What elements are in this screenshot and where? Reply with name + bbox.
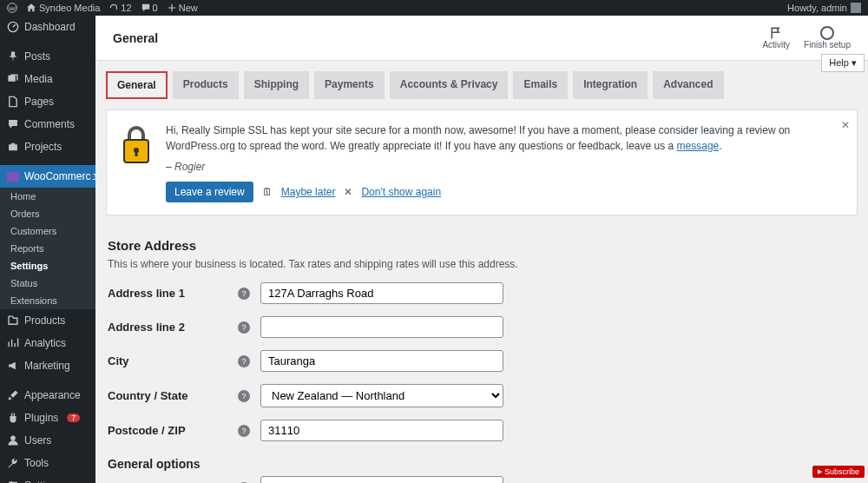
settings-tabs: General Products Shipping Payments Accou… xyxy=(95,61,868,99)
plus-icon xyxy=(167,3,177,13)
tab-accounts-privacy[interactable]: Accounts & Privacy xyxy=(390,71,509,99)
addr1-label: Address line 1 xyxy=(108,287,238,300)
flag-icon xyxy=(769,26,783,40)
brush-icon xyxy=(7,389,19,401)
sidebar-submenu: Home Orders Customers Reports Settings S… xyxy=(0,188,95,309)
woocommerce-icon xyxy=(7,172,19,182)
tab-payments[interactable]: Payments xyxy=(314,71,385,99)
media-icon xyxy=(7,73,19,85)
pin-icon xyxy=(7,50,19,63)
howdy-link[interactable]: Howdy, admin xyxy=(787,3,847,13)
selling-loc-select[interactable]: Sell to all countries xyxy=(260,476,503,483)
svg-rect-8 xyxy=(135,150,138,156)
message-link[interactable]: message xyxy=(677,140,720,152)
dashboard-icon xyxy=(7,21,19,33)
sidebar-sub-orders[interactable]: Orders xyxy=(0,205,95,222)
home-icon xyxy=(26,3,36,13)
sidebar-item-users[interactable]: Users xyxy=(0,429,95,452)
svg-point-2 xyxy=(10,435,16,440)
tab-integration[interactable]: Integration xyxy=(573,71,648,99)
comment-icon xyxy=(141,3,151,13)
comments-link[interactable]: 0 xyxy=(141,3,158,13)
country-select[interactable]: New Zealand — Northland xyxy=(260,384,503,407)
sidebar-item-pages[interactable]: Pages xyxy=(0,90,95,113)
sidebar-sub-reports[interactable]: Reports xyxy=(0,240,95,257)
sidebar-item-dashboard[interactable]: Dashboard xyxy=(0,16,95,38)
help-icon[interactable]: ? xyxy=(238,321,250,334)
city-label: City xyxy=(108,354,238,367)
page-title: General xyxy=(113,31,158,45)
tab-advanced[interactable]: Advanced xyxy=(653,71,723,99)
page-icon xyxy=(7,96,19,108)
tab-products[interactable]: Products xyxy=(173,71,239,99)
products-icon xyxy=(7,314,19,327)
help-icon[interactable]: ? xyxy=(238,390,250,402)
wp-logo-icon[interactable] xyxy=(7,3,17,13)
page-header: General Activity Finish setup xyxy=(95,16,868,61)
activity-button[interactable]: Activity xyxy=(762,26,790,50)
sidebar-sub-home[interactable]: Home xyxy=(0,188,95,205)
addr1-input[interactable] xyxy=(260,282,503,304)
maybe-later-link[interactable]: Maybe later xyxy=(281,184,336,200)
notice-signature: – Rogier xyxy=(166,159,845,175)
sidebar-item-products[interactable]: Products xyxy=(0,309,95,332)
admin-sidebar: Dashboard Posts Media Pages Comments Pro… xyxy=(0,16,95,483)
postcode-label: Postcode / ZIP xyxy=(108,424,238,437)
city-input[interactable] xyxy=(260,350,503,372)
sidebar-item-posts[interactable]: Posts xyxy=(0,45,95,68)
admin-toolbar: Syndeo Media 12 0 New Howdy, admin xyxy=(0,0,868,16)
addr2-input[interactable] xyxy=(260,316,503,338)
sidebar-sub-status[interactable]: Status xyxy=(0,275,95,292)
megaphone-icon xyxy=(7,360,19,372)
addr2-label: Address line 2 xyxy=(108,321,238,334)
sidebar-item-comments[interactable]: Comments xyxy=(0,113,95,136)
users-icon xyxy=(7,434,19,447)
dont-show-link[interactable]: Don't show again xyxy=(361,184,441,200)
sidebar-item-plugins[interactable]: Plugins7 xyxy=(0,407,95,429)
store-address-desc: This is where your business is located. … xyxy=(108,258,856,270)
refresh-icon xyxy=(108,3,119,13)
store-address-heading: Store Address xyxy=(108,238,856,253)
sidebar-sub-customers[interactable]: Customers xyxy=(0,222,95,240)
sidebar-sub-settings[interactable]: Settings xyxy=(0,257,95,275)
subscribe-badge[interactable]: Subscribe xyxy=(812,466,865,478)
sidebar-item-projects[interactable]: Projects xyxy=(0,136,95,158)
help-icon[interactable]: ? xyxy=(238,288,250,300)
analytics-icon xyxy=(7,337,19,349)
updates-link[interactable]: 12 xyxy=(108,3,131,13)
lock-icon xyxy=(119,122,154,202)
tools-icon xyxy=(7,457,19,469)
close-icon: ✕ xyxy=(344,184,352,200)
notice-text: Hi, Really Simple SSL has kept your site… xyxy=(166,122,845,154)
comment-icon xyxy=(7,118,19,130)
dismiss-notice-button[interactable]: ✕ xyxy=(841,117,850,133)
settings-form: Store Address This is where your busines… xyxy=(95,226,868,483)
settings-icon xyxy=(7,480,19,483)
sidebar-item-marketing[interactable]: Marketing xyxy=(0,354,95,377)
general-options-heading: General options xyxy=(108,457,856,471)
leave-review-button[interactable]: Leave a review xyxy=(166,182,253,202)
help-icon[interactable]: ? xyxy=(238,355,250,367)
tab-shipping[interactable]: Shipping xyxy=(244,71,309,99)
finish-setup-button[interactable]: Finish setup xyxy=(804,26,851,50)
plugin-icon xyxy=(7,412,19,424)
sidebar-item-appearance[interactable]: Appearance xyxy=(0,384,95,407)
content-area: General Activity Finish setup Help ▾ Gen… xyxy=(95,16,868,483)
sidebar-item-media[interactable]: Media xyxy=(0,68,95,90)
circle-icon xyxy=(820,26,834,40)
sidebar-item-tools[interactable]: Tools xyxy=(0,452,95,474)
tab-general[interactable]: General xyxy=(106,71,168,99)
sidebar-item-settings[interactable]: Settings xyxy=(0,474,95,483)
country-label: Country / State xyxy=(108,389,238,402)
sidebar-item-analytics[interactable]: Analytics xyxy=(0,332,95,354)
avatar[interactable] xyxy=(851,3,861,13)
help-tab-button[interactable]: Help ▾ xyxy=(821,54,865,72)
site-name-link[interactable]: Syndeo Media xyxy=(26,3,100,13)
tab-emails[interactable]: Emails xyxy=(513,71,568,99)
new-link[interactable]: New xyxy=(167,3,198,13)
plugin-count-badge: 7 xyxy=(67,414,80,422)
sidebar-sub-extensions[interactable]: Extensions xyxy=(0,292,95,309)
postcode-input[interactable] xyxy=(260,420,503,441)
sidebar-item-woocommerce[interactable]: WooCommerce xyxy=(0,165,95,188)
help-icon[interactable]: ? xyxy=(238,425,250,437)
